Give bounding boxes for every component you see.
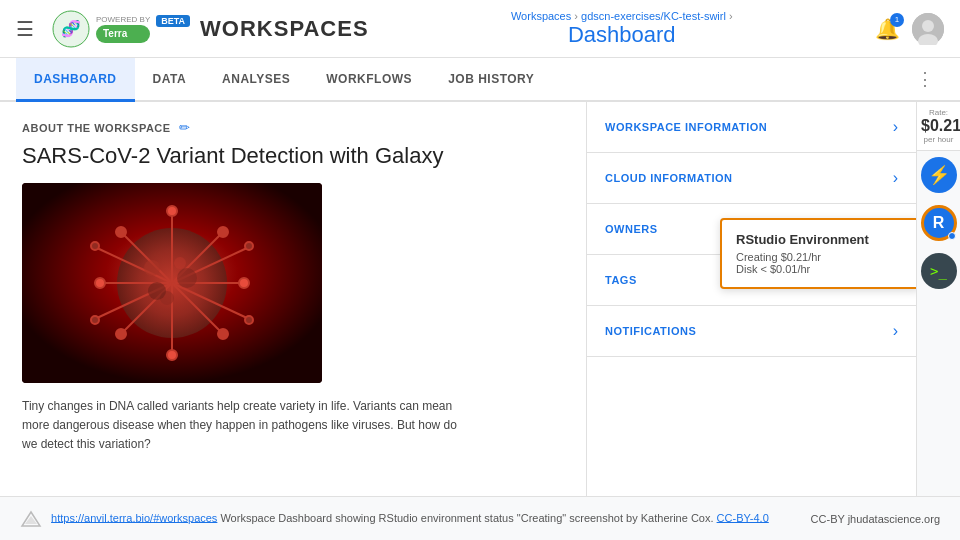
logo-area: 🧬 POWERED BY Terra BETA WORKSPACES <box>52 10 369 48</box>
app-header: ☰ 🧬 POWERED BY Terra BETA WORKSPACES Wor… <box>0 0 960 58</box>
rstudio-status-dot <box>948 232 956 240</box>
rate-value: $0.21 <box>921 117 956 135</box>
workspace-info-chevron: › <box>893 118 898 136</box>
terminal-button[interactable]: >_ <box>921 253 957 289</box>
cloud-info-popup: RStudio Environment Creating $0.21/hr Di… <box>720 218 916 289</box>
hamburger-menu-icon[interactable]: ☰ <box>16 17 34 41</box>
navbar: DASHBOARD DATA ANALYSES WORKFLOWS JOB HI… <box>0 58 960 102</box>
svg-point-16 <box>116 227 126 237</box>
workspace-info-section: WORKSPACE INFORMATION › <box>587 102 916 153</box>
footer-link[interactable]: https://anvil.terra.bio/#workspaces <box>51 511 217 523</box>
footer-description: Workspace Dashboard showing RStudio envi… <box>220 511 713 523</box>
workspace-info-label: WORKSPACE INFORMATION <box>605 121 767 133</box>
rate-label: Rate: <box>921 108 956 117</box>
svg-point-35 <box>148 282 166 300</box>
svg-point-10 <box>167 350 177 360</box>
terminal-icon: >_ <box>930 263 947 279</box>
desc-line2: more dangerous disease when they happen … <box>22 418 457 432</box>
notifications-row[interactable]: NOTIFICATIONS › <box>587 306 916 356</box>
user-avatar[interactable] <box>912 13 944 45</box>
svg-point-18 <box>218 227 228 237</box>
cloud-popup-title: RStudio Environment <box>736 232 904 247</box>
svg-point-30 <box>245 316 253 324</box>
header-right: 🔔 1 <box>875 13 944 45</box>
svg-point-28 <box>91 316 99 324</box>
terra-badge: Terra <box>96 25 150 43</box>
desc-line3: we detect this variation? <box>22 437 151 451</box>
thunder-button[interactable]: ⚡ <box>921 157 957 193</box>
notifications-chevron: › <box>893 322 898 340</box>
svg-point-8 <box>167 206 177 216</box>
svg-point-26 <box>245 242 253 250</box>
nav-item-analyses[interactable]: ANALYSES <box>204 58 308 102</box>
thunder-icon: ⚡ <box>928 164 950 186</box>
powered-by-text: POWERED BY Terra <box>96 14 150 43</box>
nav-more-menu[interactable]: ⋮ <box>906 58 944 100</box>
svg-point-12 <box>95 278 105 288</box>
rate-box: Rate: $0.21 per hour <box>917 102 960 151</box>
svg-point-3 <box>922 20 934 32</box>
nav-item-data[interactable]: DATA <box>135 58 205 102</box>
nav-item-dashboard[interactable]: DASHBOARD <box>16 58 135 102</box>
cloud-popup-price1: Creating $0.21/hr <box>736 251 904 263</box>
cloud-popup-price2: Disk < $0.01/hr <box>736 263 904 275</box>
footer-cc-text: CC-BY jhudatascience.org <box>811 513 940 525</box>
owners-label: OWNERS <box>605 223 658 235</box>
nav-item-job-history[interactable]: JOB HISTORY <box>430 58 552 102</box>
svg-point-24 <box>91 242 99 250</box>
header-left: ☰ 🧬 POWERED BY Terra BETA WORKSPACES <box>16 10 369 48</box>
footer-cc-link[interactable]: CC-BY-4.0 <box>717 511 769 523</box>
r-label: R <box>933 214 945 232</box>
workspace-info-row[interactable]: WORKSPACE INFORMATION › <box>587 102 916 152</box>
cloud-info-chevron: › <box>893 169 898 187</box>
left-panel: ABOUT THE WORKSPACE ✏ SARS-CoV-2 Variant… <box>0 102 586 496</box>
main-content: ABOUT THE WORKSPACE ✏ SARS-CoV-2 Variant… <box>0 102 960 496</box>
cloud-info-label: CLOUD INFORMATION <box>605 172 732 184</box>
svg-point-32 <box>177 268 197 288</box>
svg-point-14 <box>239 278 249 288</box>
notifications-section: NOTIFICATIONS › <box>587 306 916 357</box>
virus-svg <box>22 183 322 383</box>
right-panel: WORKSPACE INFORMATION › CLOUD INFORMATIO… <box>586 102 916 496</box>
breadcrumb: Workspaces › gdscn-exercises/KC-test-swi… <box>511 10 733 22</box>
rate-per-label: per hour <box>921 135 956 144</box>
anvil-logo-icon <box>20 510 42 528</box>
header-center: Workspaces › gdscn-exercises/KC-test-swi… <box>369 10 875 48</box>
svg-point-34 <box>174 257 186 269</box>
footer: https://anvil.terra.bio/#workspaces Work… <box>0 496 960 540</box>
app-title: WORKSPACES <box>200 16 369 42</box>
notification-badge: 1 <box>890 13 904 27</box>
terra-logo-icon: 🧬 <box>52 10 90 48</box>
about-workspace-header: ABOUT THE WORKSPACE ✏ <box>22 120 564 135</box>
notifications-label: NOTIFICATIONS <box>605 325 696 337</box>
breadcrumb-workspaces-link[interactable]: Workspaces <box>511 10 571 22</box>
svg-point-20 <box>116 329 126 339</box>
workspace-image <box>22 183 322 383</box>
workspace-name: SARS-CoV-2 Variant Detection with Galaxy <box>22 143 564 169</box>
about-label: ABOUT THE WORKSPACE <box>22 122 171 134</box>
cloud-info-row[interactable]: CLOUD INFORMATION › <box>587 153 916 203</box>
breadcrumb-sep2: › <box>729 10 733 22</box>
svg-text:🧬: 🧬 <box>61 19 81 38</box>
cloud-info-section: CLOUD INFORMATION › <box>587 153 916 204</box>
workspace-description: Tiny changes in DNA called variants help… <box>22 397 502 455</box>
footer-left: https://anvil.terra.bio/#workspaces Work… <box>20 510 811 528</box>
edit-icon[interactable]: ✏ <box>179 120 190 135</box>
beta-badge: BETA <box>156 15 190 27</box>
side-action-bar: Rate: $0.21 per hour ⚡ R >_ <box>916 102 960 496</box>
tags-label: TAGS <box>605 274 637 286</box>
notification-icon[interactable]: 🔔 1 <box>875 17 900 41</box>
page-title: Dashboard <box>568 22 676 48</box>
svg-point-31 <box>144 260 160 276</box>
desc-line1: Tiny changes in DNA called variants help… <box>22 399 452 413</box>
breadcrumb-path-link[interactable]: gdscn-exercises/KC-test-swirl <box>581 10 726 22</box>
svg-point-22 <box>218 329 228 339</box>
rstudio-button[interactable]: R <box>921 205 957 241</box>
nav-item-workflows[interactable]: WORKFLOWS <box>308 58 430 102</box>
